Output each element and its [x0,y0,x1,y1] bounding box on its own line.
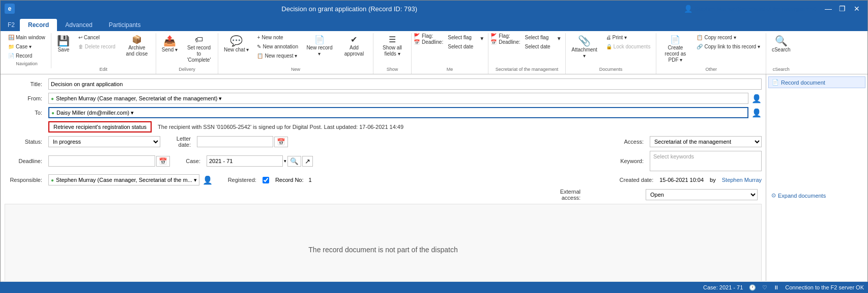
record-nav-button[interactable]: 📄 Record [5,51,49,60]
select-flag-me-label: Select flag [448,35,472,40]
new-annotation-button[interactable]: ✎ New annotation [253,42,302,51]
ribbon-items-csearch: 🔍 cSearch [768,33,794,66]
flag-icon-me: 🚩 [414,33,420,39]
add-approval-button[interactable]: ✔ Add approval [337,33,371,66]
archive-icon: 📦 [132,36,142,44]
set-complete-button[interactable]: 🏷 Set record to 'Complete' [182,33,216,66]
to-field[interactable]: ● Daisy Miller (dm@miller.com) ▾ [48,107,748,118]
title-input[interactable] [48,78,762,90]
retrieve-status-button[interactable]: Retrieve recipient's registration status [48,121,152,132]
new-note-icon: + [257,35,260,40]
from-field[interactable]: ● Stephen Murray (Case manager, Secretar… [48,93,748,104]
status-select[interactable]: In progress [48,136,160,147]
main-window-button[interactable]: 🪟 Main window [5,33,49,42]
csearch-button[interactable]: 🔍 cSearch [768,33,794,66]
copy-record-label: Copy record ▾ [704,35,736,40]
create-pdf-button[interactable]: 📄 Create record as PDF ▾ [658,33,692,66]
select-date-me-button[interactable]: Select date [444,42,477,51]
case-input-row: ▾ 🔍 ↗ [207,155,313,167]
from-person-icon[interactable]: 👤 [751,94,762,103]
responsible-person-icon[interactable]: 👤 [202,175,213,185]
keyword-group: Select keywords [650,151,762,171]
select-date-sec-button[interactable]: Select date [522,42,554,51]
tab-f2[interactable]: F2 [3,19,20,31]
ribbon-group-label-other: Other [705,67,717,72]
external-access-select[interactable]: Open [646,189,758,200]
new-request-icon: 📋 [257,53,263,59]
new-record-button[interactable]: 📄 New record ▾ [303,33,336,66]
minimize-button[interactable]: — [822,2,835,15]
sec-dropdown-button[interactable]: ▼ [555,33,563,66]
me-dropdown-button[interactable]: ▼ [478,33,486,66]
case-open-button[interactable]: ↗ [302,156,313,167]
access-group: Secretariat of the management [650,136,762,147]
ribbon-items-other: 📄 Create record as PDF ▾ 📋 Copy record ▾… [658,33,764,66]
title-bar-right: 👤 Stephen Murray (Secretariat of the man… [684,2,863,15]
ribbon-group-edit: 💾 Save ↩ Cancel 🗑 Delete record 📦 Archi [51,33,156,74]
ribbon-group-label-navigation: Navigation [16,61,38,66]
print-button[interactable]: 🖨 Print ▾ [602,33,654,42]
right-panel: 📄 Record document ⊙ Expand documents [766,74,867,281]
doc-icon: 📄 [772,79,779,86]
lock-icon: 🔒 [606,44,612,49]
save-button[interactable]: 💾 Save [53,33,74,66]
create-pdf-label: Create record as PDF ▾ [662,45,688,63]
ribbon-group-label-edit: Edit [100,67,108,72]
from-value: Stephen Murray (Case manager, Secretaria… [56,95,222,102]
restore-button[interactable]: ❐ [836,2,849,15]
main-window-icon: 🪟 [8,35,14,40]
delete-label: Delete record [85,44,115,49]
letter-date-group: 📅 [197,136,288,147]
ribbon-items-new: 💬 New chat ▾ + New note ✎ New annotation… [220,33,371,66]
cancel-button[interactable]: ↩ Cancel [75,33,119,42]
letter-date-calendar-button[interactable]: 📅 [274,137,288,147]
ribbon-group-documents: 📎 Attachment ▾ 🖨 Print ▾ 🔒 Lock document… [566,33,657,74]
letter-date-input[interactable] [197,136,273,147]
case-button[interactable]: 📁 Case ▾ [5,42,49,51]
attachment-button[interactable]: 📎 Attachment ▾ [568,33,601,66]
access-select[interactable]: Secretariat of the management [650,136,762,147]
user-label[interactable]: Stephen Murray (Secretariat of the manag… [695,6,821,12]
select-flag-me-button[interactable]: Select flag [444,33,477,42]
print-label: Print ▾ [613,35,627,40]
tab-participants[interactable]: Participants [101,19,149,31]
copy-record-button[interactable]: 📋 Copy record ▾ [693,33,764,42]
new-request-button[interactable]: 📋 New request ▾ [253,51,302,60]
new-record-label: New record ▾ [306,45,333,57]
show-all-fields-button[interactable]: ☰ Show all fields ▾ [375,33,409,66]
access-label: Access: [606,139,647,145]
case-input[interactable] [207,155,283,167]
deadline-label-me: 📅 Deadline: [414,39,443,45]
registered-checkbox[interactable] [263,177,269,183]
record-doc-label: Record document [781,79,825,86]
record-nav-icon: 📄 [8,53,14,59]
from-row: From: ● Stephen Murray (Case manager, Se… [5,93,762,104]
responsible-registered-row: Responsible: ● Stephen Murray (Case mana… [5,174,762,185]
select-flag-sec-button[interactable]: Select flag [522,33,554,42]
expand-documents-button[interactable]: ⊙ Expand documents [768,190,865,201]
archive-close-button[interactable]: 📦 Archive and close [120,33,154,66]
tab-advanced[interactable]: Advanced [57,19,100,31]
close-button[interactable]: ✕ [850,2,863,15]
flag-icon-sec: 🚩 [490,33,497,39]
copy-link-button[interactable]: 🔗 Copy link to this record ▾ [693,42,764,51]
deadline-input[interactable] [48,155,155,167]
new-chat-button[interactable]: 💬 New chat ▾ [220,33,252,66]
new-note-button[interactable]: + New note [253,33,302,42]
delete-record-button[interactable]: 🗑 Delete record [75,42,119,51]
select-date-me-label: Select date [448,44,473,49]
responsible-field[interactable]: ● Stephen Murray (Case manager, Secretar… [48,174,199,185]
deadline-calendar-button[interactable]: 📅 [156,156,170,167]
ribbon-group-new: 💬 New chat ▾ + New note ✎ New annotation… [218,33,373,74]
new-annotation-label: New annotation [263,44,298,49]
cancel-icon: ↩ [78,35,82,40]
ribbon-group-label-delivery: Delivery [179,67,195,72]
to-person-icon[interactable]: 👤 [751,108,762,118]
lock-documents-button[interactable]: 🔒 Lock documents [602,42,654,51]
by-label: by [710,177,716,183]
ribbon-col-flag-me-labels: 🚩 Flag: 📅 Deadline: [414,33,443,45]
case-search-button[interactable]: 🔍 [287,156,301,167]
record-document-item[interactable]: 📄 Record document [768,76,865,88]
send-button[interactable]: 📤 Send ▾ [158,33,181,66]
tab-record[interactable]: Record [20,19,57,31]
